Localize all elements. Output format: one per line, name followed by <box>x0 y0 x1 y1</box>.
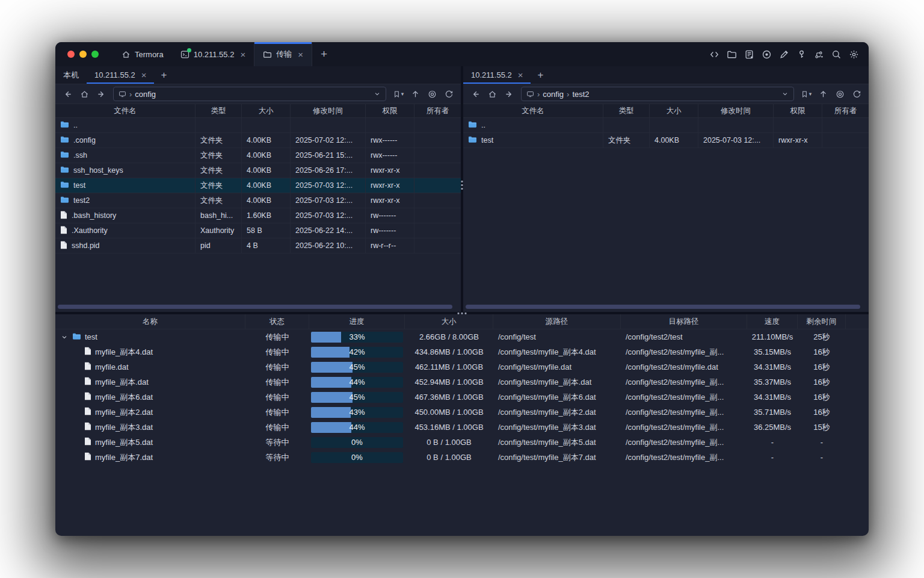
column-header-status[interactable]: 状态 <box>245 314 309 329</box>
back-button[interactable] <box>60 87 75 101</box>
show-hidden-files-button[interactable] <box>425 87 439 101</box>
record-icon[interactable] <box>759 46 774 62</box>
tab-session[interactable]: 10.211.55.2 × <box>172 42 254 66</box>
column-header-size[interactable]: 大小 <box>650 104 698 117</box>
file-row[interactable]: ssh_host_keys文件夹4.00KB2025-06-26 17:...r… <box>55 163 461 178</box>
transfer-remaining-cell: - <box>798 435 846 450</box>
column-header-mtime[interactable]: 修改时间 <box>291 104 366 117</box>
file-row[interactable]: .. <box>55 118 461 133</box>
file-icon <box>60 226 67 236</box>
tab-transfer[interactable]: 传输 × <box>254 42 312 66</box>
close-tab-icon[interactable]: × <box>240 50 245 59</box>
file-row[interactable]: .XauthorityXauthority58 B2025-06-22 14:.… <box>55 223 461 238</box>
progress-bar: 33% <box>311 332 403 343</box>
bookmark-button[interactable]: ▾ <box>391 87 405 101</box>
transfer-status-cell: 等待中 <box>245 450 309 465</box>
file-row[interactable]: .. <box>463 118 869 133</box>
close-tab-icon[interactable]: × <box>298 50 303 59</box>
transfer-splitter-handle[interactable] <box>458 312 467 314</box>
path-segment[interactable]: test2 <box>572 90 589 99</box>
upload-button[interactable] <box>408 87 422 101</box>
column-header-progress[interactable]: 进度 <box>309 314 405 329</box>
transfer-row[interactable]: myfile.dat传输中45%462.11MB / 1.00GB/config… <box>55 359 869 374</box>
path-input[interactable]: › config <box>113 87 386 101</box>
path-segment[interactable]: config <box>543 90 564 99</box>
column-header-perm[interactable]: 权限 <box>366 104 414 117</box>
column-header-source[interactable]: 源路径 <box>493 314 621 329</box>
transfer-row[interactable]: myfile_副本3.dat传输中44%453.16MB / 1.00GB/co… <box>55 420 869 435</box>
tab-termora-home[interactable]: Termora <box>113 42 172 66</box>
left-file-list: ...config文件夹4.00KB2025-07-02 12:...rwx--… <box>55 118 461 312</box>
file-row[interactable]: .bash_historybash_hi...1.60KB2025-07-03 … <box>55 208 461 223</box>
transfer-target-cell: /config/test2/test/myfile_副... <box>621 390 747 405</box>
column-header-owner[interactable]: 所有者 <box>822 104 869 117</box>
transfer-size-cell: 0 B / 1.00GB <box>405 450 493 465</box>
new-panel-tab-button[interactable]: + <box>531 66 550 84</box>
transfer-row[interactable]: myfile_副本.dat传输中44%452.94MB / 1.00GB/con… <box>55 374 869 390</box>
refresh-button[interactable] <box>849 87 864 101</box>
forward-button[interactable] <box>502 87 516 101</box>
refresh-button[interactable] <box>442 87 456 101</box>
horizontal-scrollbar[interactable] <box>58 305 452 309</box>
expand-chevron-icon[interactable] <box>60 334 69 341</box>
close-tab-icon[interactable]: × <box>518 70 523 79</box>
file-row[interactable]: test文件夹4.00KB2025-07-03 12:...rwxr-xr-x <box>55 178 461 193</box>
chevron-down-icon[interactable] <box>374 90 381 98</box>
settings-icon[interactable] <box>846 46 861 62</box>
file-row[interactable]: .ssh文件夹4.00KB2025-06-21 15:...rwx------ <box>55 148 461 163</box>
folder-icon[interactable] <box>724 46 739 62</box>
tab-remote-session[interactable]: 10.211.55.2 × <box>87 66 154 84</box>
file-row[interactable]: .config文件夹4.00KB2025-07-02 12:...rwx----… <box>55 133 461 148</box>
zoom-window-button[interactable] <box>91 51 99 58</box>
chevron-down-icon[interactable] <box>781 90 789 98</box>
column-header-type[interactable]: 类型 <box>603 104 650 117</box>
column-header-target[interactable]: 目标路径 <box>621 314 747 329</box>
file-row[interactable]: sshd.pidpid4 B2025-06-22 10:...rw-r--r-- <box>55 238 461 253</box>
close-tab-icon[interactable]: × <box>141 70 147 79</box>
key-icon[interactable] <box>793 46 809 62</box>
column-header-filename[interactable]: 文件名 <box>463 104 603 117</box>
home-button[interactable] <box>485 87 499 101</box>
path-segment[interactable]: config <box>135 90 156 99</box>
new-panel-tab-button[interactable]: + <box>154 66 173 84</box>
log-icon[interactable] <box>741 46 757 62</box>
transfer-row[interactable]: myfile_副本7.dat等待中0%0 B / 1.00GB/config/t… <box>55 450 869 465</box>
file-row[interactable]: test2文件夹4.00KB2025-07-03 12:...rwxr-xr-x <box>55 193 461 208</box>
bookmark-button[interactable]: ▾ <box>799 87 813 101</box>
file-row[interactable]: test文件夹4.00KB2025-07-03 12:...rwxr-xr-x <box>463 133 869 148</box>
transfer-row[interactable]: myfile_副本6.dat传输中45%467.36MB / 1.00GB/co… <box>55 390 869 405</box>
transfer-remaining-cell: 16秒 <box>798 390 846 405</box>
transfer-row[interactable]: myfile_副本4.dat传输中42%434.86MB / 1.00GB/co… <box>55 344 869 359</box>
macro-icon[interactable] <box>811 46 827 62</box>
column-header-owner[interactable]: 所有者 <box>414 104 461 117</box>
column-header-perm[interactable]: 权限 <box>774 104 822 117</box>
show-hidden-files-button[interactable] <box>833 87 847 101</box>
search-icon[interactable] <box>828 46 844 62</box>
transfer-row[interactable]: test传输中33%2.66GB / 8.00GB/config/test/co… <box>55 329 869 344</box>
minimize-window-button[interactable] <box>79 51 87 58</box>
column-header-size[interactable]: 大小 <box>405 314 493 329</box>
tab-remote-session[interactable]: 10.211.55.2 × <box>463 66 531 84</box>
transfer-row[interactable]: myfile_副本2.dat传输中43%450.00MB / 1.00GB/co… <box>55 405 869 420</box>
transfer-row[interactable]: myfile_副本5.dat等待中0%0 B / 1.00GB/config/t… <box>55 435 869 450</box>
edit-icon[interactable] <box>776 46 792 62</box>
code-icon[interactable] <box>706 46 722 62</box>
upload-button[interactable] <box>816 87 830 101</box>
horizontal-scrollbar[interactable] <box>466 305 860 309</box>
column-header-mtime[interactable]: 修改时间 <box>698 104 774 117</box>
column-header-type[interactable]: 类型 <box>196 104 242 117</box>
column-header-remaining[interactable]: 剩余时间 <box>798 314 846 329</box>
tab-local[interactable]: 本机 <box>55 66 87 84</box>
file-size-cell <box>650 118 698 132</box>
forward-button[interactable] <box>94 87 108 101</box>
column-header-speed[interactable]: 速度 <box>747 314 798 329</box>
column-header-filename[interactable]: 文件名 <box>55 104 196 117</box>
home-button[interactable] <box>77 87 91 101</box>
back-button[interactable] <box>468 87 482 101</box>
transfer-progress-cell: 0% <box>309 435 405 450</box>
column-header-name[interactable]: 名称 <box>55 314 245 329</box>
new-tab-button[interactable]: + <box>312 42 336 66</box>
close-window-button[interactable] <box>67 51 75 58</box>
column-header-size[interactable]: 大小 <box>242 104 291 117</box>
path-input[interactable]: › config › test2 <box>521 87 794 101</box>
